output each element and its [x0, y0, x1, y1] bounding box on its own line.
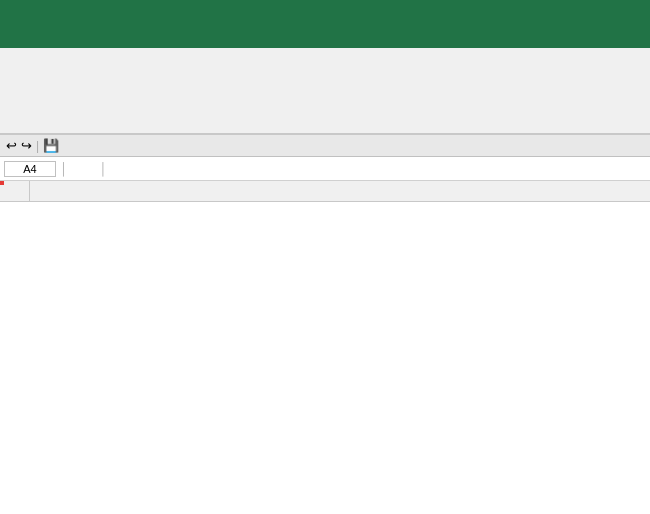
name-box[interactable] — [4, 161, 56, 177]
formula-bar: │ │ — [0, 157, 650, 181]
save-icon[interactable]: 💾 — [43, 138, 59, 153]
corner-cell — [0, 181, 30, 201]
redo-icon[interactable]: ↪ — [21, 138, 32, 153]
window-controls — [586, 3, 642, 19]
spreadsheet — [0, 181, 650, 202]
undo-icon[interactable]: ↩ — [6, 138, 17, 153]
formula-separator: │ — [60, 162, 68, 176]
ribbon-body — [0, 48, 650, 134]
ribbon-tabs — [0, 22, 650, 48]
close-button[interactable] — [626, 3, 642, 19]
minimize-button[interactable] — [586, 3, 602, 19]
maximize-button[interactable] — [606, 3, 622, 19]
separator: | — [36, 139, 39, 153]
title-bar — [0, 0, 650, 22]
column-headers — [0, 181, 650, 202]
formula-separator2: │ — [100, 162, 108, 176]
